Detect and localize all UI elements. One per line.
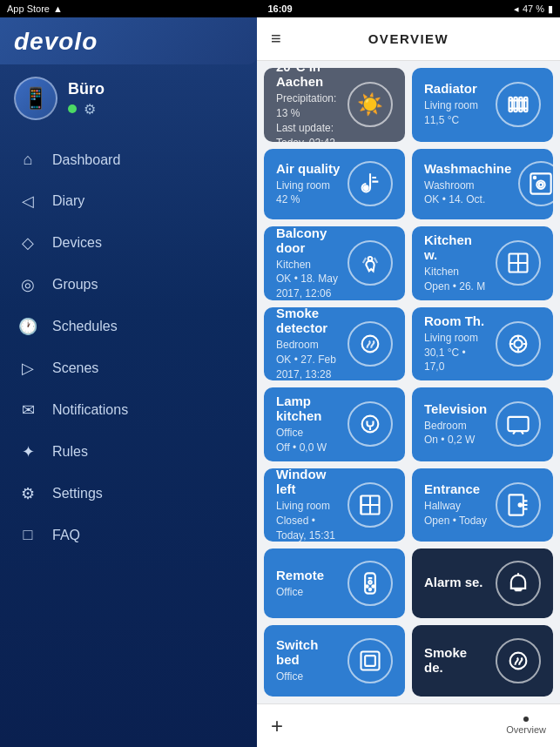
entrance-icon	[496, 482, 541, 528]
online-status-dot	[68, 104, 77, 113]
tile-alarm-title: Alarm se.	[424, 575, 489, 589]
sidebar-item-label: Devices	[52, 235, 102, 251]
wifi-icon: ▲	[53, 3, 63, 14]
svg-point-44	[372, 586, 374, 588]
tile-radiator[interactable]: Radiator Living room 11,5 °C	[412, 68, 553, 142]
tile-weather[interactable]: 20°C in Aachen Precipitation: 13 % Last …	[264, 68, 405, 142]
tile-room-thermostat-sub2: 30,1 °C • 17,0	[424, 346, 489, 375]
tile-washmachine-title: Washmachine	[424, 161, 511, 176]
tile-switch-bed-sub1: Office	[276, 670, 341, 684]
sidebar-item-label: Schedules	[52, 319, 118, 334]
tile-smoke-detector[interactable]: Smoke detector Bedroom OK • 27. Feb 2017…	[264, 307, 405, 381]
tile-window-left-sub2: Closed • Today, 15:31	[276, 514, 341, 542]
weather-sun-icon: ☀️	[347, 82, 393, 127]
sidebar-item-dashboard[interactable]: ⌂ Dashboard	[0, 139, 257, 180]
menu-hamburger-icon[interactable]: ≡	[271, 29, 281, 49]
remote-icon	[347, 561, 393, 606]
plug-icon	[347, 401, 393, 447]
sidebar-item-devices[interactable]: ◇ Devices	[0, 222, 257, 264]
tile-kitchen-window-title: Kitchen w.	[424, 232, 489, 262]
tile-air-quality-title: Air quality	[276, 161, 341, 176]
user-profile: 📱 Büro ⚙	[0, 64, 257, 132]
sidebar-item-scenes[interactable]: ▷ Scenes	[0, 347, 257, 389]
status-bar: App Store ▲ 16:09 ◂ 47 % ▮	[0, 0, 560, 17]
tile-television-text: Television Bedroom On • 0,2 W	[424, 401, 489, 448]
svg-point-45	[369, 589, 371, 590]
tile-switch-bed-title: Switch bed	[276, 637, 341, 667]
sidebar-item-notifications[interactable]: ✉ Notifications	[0, 389, 257, 431]
tile-smoke-de[interactable]: Smoke de.	[412, 625, 553, 697]
tile-washmachine-sub2: OK • 14. Oct.	[424, 192, 511, 207]
window-closed-icon	[347, 482, 393, 528]
tile-kitchen-window[interactable]: Kitchen w. Kitchen Open • 26. M	[412, 226, 553, 300]
tile-lamp-kitchen[interactable]: Lamp kitchen Office Off • 0,0 W	[264, 387, 405, 461]
tile-balcony-door-text: Balcony door Kitchen OK • 18. May 2017, …	[276, 226, 341, 300]
tile-washmachine-sub1: Washroom	[424, 178, 511, 193]
sidebar-item-label: Settings	[52, 486, 103, 501]
battery-label: 47 %	[523, 3, 544, 14]
radiator-icon	[496, 82, 541, 127]
sidebar-item-label: Notifications	[52, 402, 128, 418]
sidebar-item-label: Rules	[52, 444, 88, 460]
tile-remote[interactable]: Remote Office	[264, 548, 405, 618]
add-tab-button[interactable]: +	[271, 714, 283, 738]
tile-weather-text: 20°C in Aachen Precipitation: 13 % Last …	[276, 68, 341, 142]
svg-point-42	[368, 581, 372, 584]
svg-point-36	[519, 503, 523, 507]
tile-switch-bed[interactable]: Switch bed Office	[264, 625, 405, 697]
sidebar-item-diary[interactable]: ◁ Diary	[0, 180, 257, 222]
schedules-icon: 🕐	[17, 317, 38, 336]
tile-room-thermostat[interactable]: Room Th. Living room 30,1 °C • 17,0	[412, 307, 553, 381]
tile-washmachine[interactable]: Washmachine Washroom OK • 14. Oct.	[412, 149, 553, 220]
tile-balcony-door-sub1: Kitchen	[276, 258, 341, 273]
settings-gear-icon[interactable]: ⚙	[84, 101, 96, 118]
tile-smoke-de-text: Smoke de.	[424, 645, 489, 677]
tile-window-left[interactable]: Window left Living room Closed • Today, …	[264, 468, 405, 542]
tile-balcony-door[interactable]: Balcony door Kitchen OK • 18. May 2017, …	[264, 226, 405, 300]
smoke2-icon	[496, 638, 541, 683]
tile-smoke-detector-text: Smoke detector Bedroom OK • 27. Feb 2017…	[276, 307, 341, 381]
tile-weather-sub1: Precipitation: 13 %	[276, 91, 341, 121]
status-left: App Store ▲	[7, 3, 63, 14]
notifications-icon: ✉	[17, 400, 38, 420]
sidebar-item-faq[interactable]: □ FAQ	[0, 515, 257, 555]
alarm-icon	[496, 561, 541, 606]
tile-television[interactable]: Television Bedroom On • 0,2 W	[412, 387, 553, 461]
sidebar-item-settings[interactable]: ⚙ Settings	[0, 473, 257, 515]
tile-room-thermostat-title: Room Th.	[424, 313, 489, 328]
scenes-icon: ▷	[17, 359, 38, 378]
tile-smoke-detector-title: Smoke detector	[276, 307, 341, 336]
svg-rect-49	[361, 652, 380, 670]
sidebar: devolo 📱 Büro ⚙ ⌂ Dashboard ◁ D	[0, 17, 257, 747]
tile-entrance[interactable]: Entrance Hallway Open • Today	[412, 468, 553, 542]
faq-icon: □	[17, 526, 38, 544]
sidebar-item-label: Groups	[52, 277, 98, 293]
tile-entrance-text: Entrance Hallway Open • Today	[424, 481, 489, 528]
sidebar-item-rules[interactable]: ✦ Rules	[0, 431, 257, 473]
tile-remote-text: Remote Office	[276, 568, 341, 600]
svg-point-19	[514, 340, 522, 347]
tile-remote-sub1: Office	[276, 585, 341, 600]
sidebar-item-label: Scenes	[52, 360, 98, 376]
sidebar-item-groups[interactable]: ◎ Groups	[0, 264, 257, 306]
settings-icon: ⚙	[17, 484, 38, 503]
tv-icon	[496, 401, 541, 447]
tile-weather-title: 20°C in Aachen	[276, 68, 341, 89]
tile-air-quality[interactable]: Air quality Living room 42 %	[264, 149, 405, 220]
tile-entrance-sub2: Open • Today	[424, 514, 489, 528]
app-store-label: App Store	[7, 3, 50, 14]
tile-smoke-de-title: Smoke de.	[424, 645, 489, 675]
tile-kitchen-window-text: Kitchen w. Kitchen Open • 26. M	[424, 232, 489, 294]
tile-window-left-title: Window left	[276, 468, 341, 497]
tile-balcony-door-title: Balcony door	[276, 226, 341, 255]
status-right: ◂ 47 % ▮	[514, 3, 553, 15]
tile-air-quality-sub2: 42 %	[276, 192, 341, 207]
room-thermostat-icon	[496, 321, 541, 367]
sidebar-item-schedules[interactable]: 🕐 Schedules	[0, 306, 257, 347]
page-title: OVERVIEW	[368, 31, 449, 46]
svg-rect-1	[514, 98, 517, 111]
tile-alarm[interactable]: Alarm se.	[412, 548, 553, 618]
avatar: 📱	[14, 77, 57, 120]
tile-remote-title: Remote	[276, 568, 341, 582]
home-icon: ⌂	[17, 151, 38, 169]
